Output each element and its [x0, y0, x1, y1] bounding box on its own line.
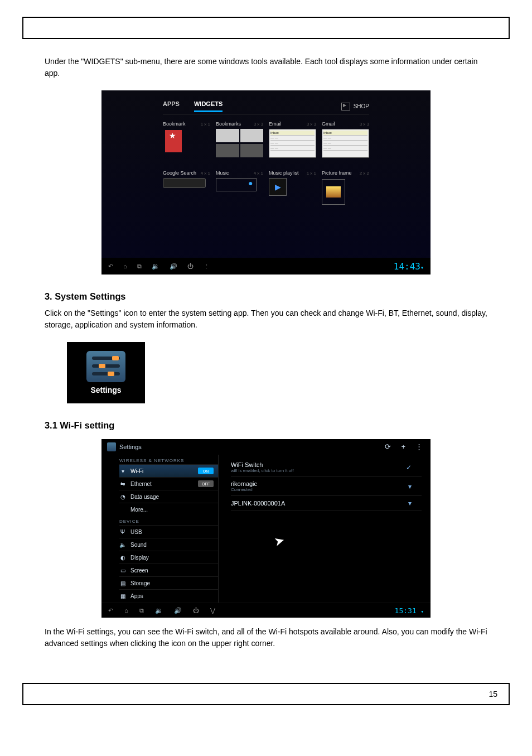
widgets-intro-paragraph: Under the "WIDGETS" sub-menu, there are … [45, 56, 487, 79]
play-icon: ▶ [269, 178, 287, 196]
shop-label: SHOP [354, 103, 369, 109]
wifi-network-rikomagic[interactable]: rikomagic Connected ▾ [231, 477, 422, 496]
picture-icon [322, 179, 345, 205]
usb-icon: Ψ [119, 529, 126, 535]
row-title: JPLINK-00000001A [231, 500, 285, 507]
widget-size: 1 x 1 [307, 171, 316, 176]
widgets-screenshot: APPS WIDGETS SHOP Bookmark1 x 1 Bookmark… [101, 90, 431, 275]
widget-size: 4 x 1 [201, 171, 210, 176]
tab-widgets[interactable]: WIDGETS [194, 100, 223, 112]
page-header-frame [22, 17, 510, 39]
sidebar-item-label: Screen [130, 567, 148, 574]
row-subtitle: wifi is enabled, click to turn it off [231, 468, 293, 473]
sidebar-item-label: Data usage [130, 494, 159, 500]
widget-bookmark[interactable]: Bookmark1 x 1 [163, 121, 210, 158]
sidebar-item-screen[interactable]: ▭ Screen [119, 564, 218, 576]
back-icon[interactable]: ↶ [108, 607, 113, 614]
sidebar-item-more[interactable]: More... [119, 503, 218, 516]
wifi-switch-row[interactable]: WiFi Switch wifi is enabled, click to tu… [231, 458, 422, 477]
widget-size: 3 x 3 [254, 122, 263, 127]
wifi-strength-icon: ▾ [408, 483, 412, 490]
vol-down-icon[interactable]: 🔉 [152, 263, 159, 270]
recent-icon[interactable]: ⧉ [139, 607, 144, 614]
row-title: rikomagic [231, 480, 257, 487]
ethernet-icon: ⇆ [119, 481, 126, 487]
widget-google-search[interactable]: Google Search4 x 1 [163, 170, 210, 207]
sidebar-item-display[interactable]: ◐ Display [119, 551, 218, 564]
widget-size: 1 x 1 [201, 122, 210, 127]
vol-up-icon[interactable]: 🔊 [174, 607, 182, 614]
vol-up-icon[interactable]: 🔊 [170, 263, 177, 270]
menu-icon[interactable]: ⋮ [204, 263, 210, 270]
sliders-icon [86, 351, 125, 382]
page-footer-frame: 15 [22, 683, 510, 705]
sidebar-item-wifi[interactable]: ▾ Wi-Fi ON [119, 464, 218, 477]
sidebar-item-label: Ethernet [130, 481, 152, 487]
widget-size: 2 x 2 [360, 171, 369, 176]
widget-music-playlist[interactable]: Music playlist1 x 1 ▶ [269, 170, 316, 207]
category-wireless: WIRELESS & NETWORKS [119, 458, 218, 463]
system-settings-paragraph: Click on the "Settings" icon to enter th… [45, 307, 487, 331]
widget-size: 3 x 3 [307, 122, 316, 127]
sidebar-item-label: USB [130, 529, 142, 535]
home-icon[interactable]: ⌂ [124, 607, 128, 614]
wifi-network-jplink[interactable]: JPLINK-00000001A ▾ [231, 496, 422, 511]
sidebar-item-apps[interactable]: ▦ Apps [119, 589, 218, 602]
sidebar-item-data-usage[interactable]: ◔ Data usage [119, 490, 218, 503]
widget-picture-frame[interactable]: Picture frame2 x 2 [322, 170, 369, 207]
clock: 14:43▾ [394, 261, 424, 272]
data-usage-icon: ◔ [119, 494, 126, 500]
wifi-icon: ▾ [119, 468, 126, 474]
wifi-strength-icon: ▾ [408, 499, 412, 507]
widget-title: Picture frame [322, 170, 352, 176]
bookmark-icon [165, 130, 182, 152]
back-icon[interactable]: ↶ [108, 263, 113, 270]
section-heading-wifi-setting: 3.1 Wi-Fi setting [45, 420, 487, 431]
sidebar-item-storage[interactable]: ▤ Storage [119, 576, 218, 589]
ethernet-toggle[interactable]: OFF [198, 480, 214, 487]
widget-gmail[interactable]: Gmail3 x 3 Inbox— —— —— — [322, 121, 369, 158]
widget-title: Music playlist [269, 170, 299, 176]
sidebar-item-sound[interactable]: 🔈 Sound [119, 538, 218, 551]
wifi-toggle[interactable]: ON [198, 468, 214, 474]
footer-page-number: 15 [489, 690, 497, 699]
sidebar-item-label: Wi-Fi [130, 468, 143, 474]
widget-email[interactable]: Email3 x 3 Inbox— —— —— — [269, 121, 316, 158]
row-subtitle: Connected [231, 487, 257, 492]
wifi-settings-screenshot: Settings ⟳ + ⋮ WIRELESS & NETWORKS ▾ Wi-… [101, 439, 431, 618]
clock: 15:31 ▾ [395, 606, 424, 615]
shop-button[interactable]: SHOP [341, 103, 369, 110]
search-bar-icon [163, 178, 206, 188]
power-icon[interactable]: ⏻ [187, 263, 194, 269]
sidebar-item-label: More... [130, 507, 148, 513]
home-icon[interactable]: ⌂ [123, 263, 127, 269]
sidebar-item-usb[interactable]: Ψ USB [119, 525, 218, 538]
sidebar-item-label: Storage [130, 580, 150, 586]
sidebar-item-label: Sound [130, 542, 147, 548]
settings-icon-label: Settings [90, 386, 121, 394]
check-icon: ✓ [406, 464, 412, 471]
widget-bookmarks[interactable]: Bookmarks3 x 3 [216, 121, 263, 158]
widget-size: 4 x 1 [254, 171, 263, 176]
wifi-signal-icon: ▾ [421, 609, 424, 614]
widget-title: Gmail [322, 121, 335, 127]
music-widget-icon [216, 178, 257, 191]
settings-app-icon[interactable]: Settings [67, 342, 145, 403]
widget-title: Email [269, 121, 282, 127]
widget-music[interactable]: Music4 x 1 [216, 170, 263, 207]
tab-apps[interactable]: APPS [163, 100, 180, 112]
power-icon[interactable]: ⏻ [193, 607, 199, 614]
sound-icon: 🔈 [119, 542, 126, 548]
recent-icon[interactable]: ⧉ [137, 263, 142, 270]
settings-detail-pane: WiFi Switch wifi is enabled, click to tu… [219, 455, 431, 603]
sidebar-item-ethernet[interactable]: ⇆ Ethernet OFF [119, 477, 218, 490]
widget-title: Bookmark [163, 121, 186, 127]
shop-icon [341, 103, 350, 110]
widget-title: Music [216, 170, 229, 176]
sidebar-item-label: Display [130, 555, 149, 561]
hide-bar-icon[interactable]: ⋁ [210, 607, 215, 614]
sidebar-item-label: Apps [130, 593, 143, 599]
vol-down-icon[interactable]: 🔉 [155, 607, 163, 614]
widget-size: 3 x 3 [360, 122, 369, 127]
apps-icon: ▦ [119, 593, 126, 599]
